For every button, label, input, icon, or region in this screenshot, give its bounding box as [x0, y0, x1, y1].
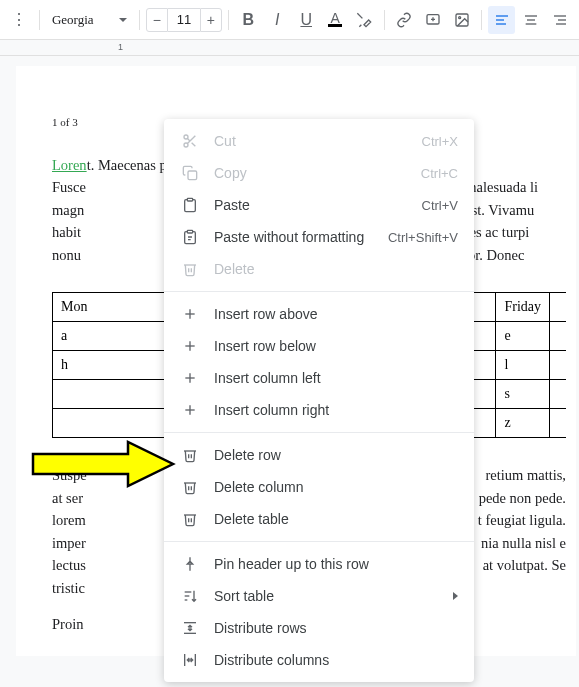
menu-item-paste[interactable]: PasteCtrl+V: [164, 189, 474, 221]
align-right-button[interactable]: [546, 6, 573, 34]
plus-icon: [180, 306, 200, 322]
svg-point-2: [459, 16, 461, 18]
menu-label: Sort table: [214, 588, 453, 604]
font-name: Georgia: [52, 12, 94, 28]
font-size-input[interactable]: [168, 8, 200, 32]
font-select[interactable]: Georgia: [46, 7, 133, 33]
font-size-box: − +: [146, 8, 222, 32]
menu-label: Delete column: [214, 479, 458, 495]
menu-label: Distribute rows: [214, 620, 458, 636]
menu-label: Copy: [214, 165, 421, 181]
lorem-link[interactable]: Loren: [52, 157, 87, 173]
sort-icon: [180, 588, 200, 604]
menu-item-insert-column-left[interactable]: Insert column left: [164, 362, 474, 394]
more-button[interactable]: ⋮: [6, 6, 33, 34]
trash-icon: [180, 479, 200, 495]
svg-line-15: [192, 143, 196, 147]
insert-link-button[interactable]: [391, 6, 418, 34]
plus-icon: [180, 402, 200, 418]
underline-button[interactable]: U: [293, 6, 320, 34]
svg-point-12: [184, 135, 188, 139]
dist-icon: [180, 620, 200, 636]
chevron-down-icon: [119, 18, 127, 22]
menu-shortcut: Ctrl+Shift+V: [388, 230, 458, 245]
table-cell[interactable]: l: [496, 351, 550, 380]
menu-shortcut: Ctrl+V: [422, 198, 458, 213]
svg-line-16: [187, 138, 190, 141]
menu-label: Insert row below: [214, 338, 458, 354]
add-comment-button[interactable]: [419, 6, 446, 34]
menu-item-insert-row-below[interactable]: Insert row below: [164, 330, 474, 362]
menu-item-delete-column[interactable]: Delete column: [164, 471, 474, 503]
text-color-button[interactable]: A: [322, 6, 349, 34]
table-header[interactable]: Friday: [496, 293, 550, 322]
italic-button[interactable]: I: [264, 6, 291, 34]
table-cell[interactable]: s: [496, 380, 550, 409]
menu-item-distribute-columns[interactable]: Distribute columns: [164, 644, 474, 676]
insert-image-button[interactable]: [448, 6, 475, 34]
svg-rect-17: [188, 171, 197, 180]
menu-item-insert-row-above[interactable]: Insert row above: [164, 298, 474, 330]
toolbar: ⋮ Georgia − + B I U A: [0, 0, 579, 40]
menu-divider: [164, 291, 474, 292]
menu-label: Delete table: [214, 511, 458, 527]
menu-item-delete-table[interactable]: Delete table: [164, 503, 474, 535]
menu-divider: [164, 541, 474, 542]
ruler-mark: 1: [118, 42, 123, 52]
table-header[interactable]: [550, 293, 567, 322]
menu-label: Paste: [214, 197, 422, 213]
menu-label: Delete row: [214, 447, 458, 463]
menu-item-sort-table[interactable]: Sort table: [164, 580, 474, 612]
menu-label: Insert row above: [214, 306, 458, 322]
font-size-decrease[interactable]: −: [146, 8, 168, 32]
menu-item-delete: Delete: [164, 253, 474, 285]
plus-icon: [180, 338, 200, 354]
submenu-arrow-icon: [453, 592, 458, 600]
plus-icon: [180, 370, 200, 386]
menu-item-insert-column-right[interactable]: Insert column right: [164, 394, 474, 426]
trash-icon: [180, 447, 200, 463]
table-cell[interactable]: z: [496, 409, 550, 438]
context-menu: CutCtrl+XCopyCtrl+CPasteCtrl+VPaste with…: [164, 119, 474, 682]
table-cell[interactable]: e: [496, 322, 550, 351]
dist-c-icon: [180, 652, 200, 668]
menu-item-paste-without-formatting[interactable]: Paste without formattingCtrl+Shift+V: [164, 221, 474, 253]
bold-button[interactable]: B: [235, 6, 262, 34]
svg-rect-18: [187, 198, 192, 201]
align-left-button[interactable]: [488, 6, 515, 34]
svg-rect-19: [187, 230, 192, 233]
menu-item-pin-header-up-to-this-row[interactable]: Pin header up to this row: [164, 548, 474, 580]
menu-item-copy: CopyCtrl+C: [164, 157, 474, 189]
copy-icon: [180, 165, 200, 181]
menu-label: Paste without formatting: [214, 229, 388, 245]
paste-nf-icon: [180, 229, 200, 245]
svg-point-13: [184, 143, 188, 147]
page-counter: 1 of 3: [52, 116, 78, 128]
highlight-button[interactable]: [351, 6, 378, 34]
menu-item-distribute-rows[interactable]: Distribute rows: [164, 612, 474, 644]
menu-shortcut: Ctrl+C: [421, 166, 458, 181]
pin-icon: [180, 556, 200, 572]
menu-label: Pin header up to this row: [214, 556, 458, 572]
trash-icon: [180, 261, 200, 277]
menu-label: Insert column left: [214, 370, 458, 386]
menu-divider: [164, 432, 474, 433]
align-center-button[interactable]: [517, 6, 544, 34]
cut-icon: [180, 133, 200, 149]
menu-label: Distribute columns: [214, 652, 458, 668]
menu-label: Cut: [214, 133, 422, 149]
trash-icon: [180, 511, 200, 527]
ruler: 1: [0, 40, 579, 56]
menu-label: Insert column right: [214, 402, 458, 418]
font-size-increase[interactable]: +: [200, 8, 222, 32]
menu-item-cut: CutCtrl+X: [164, 125, 474, 157]
paste-icon: [180, 197, 200, 213]
menu-item-delete-row[interactable]: Delete row: [164, 439, 474, 471]
menu-shortcut: Ctrl+X: [422, 134, 458, 149]
menu-label: Delete: [214, 261, 458, 277]
